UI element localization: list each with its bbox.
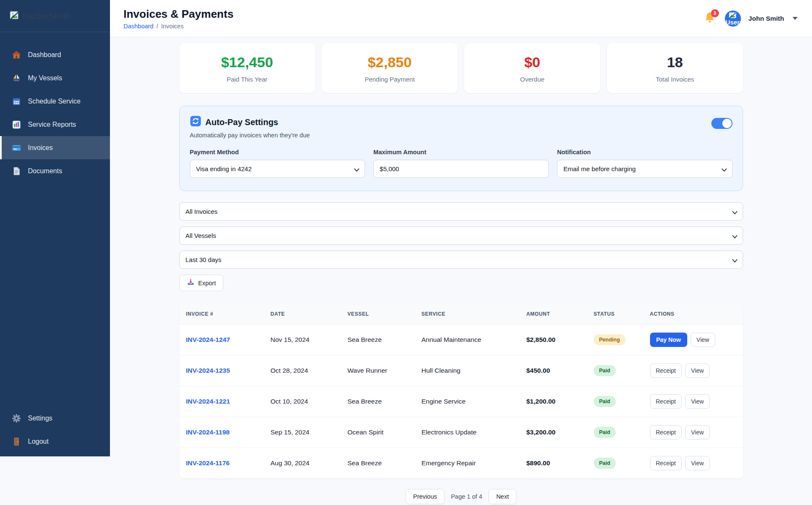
receipt-button[interactable]: Receipt	[650, 394, 682, 409]
table-row: INV-2024-1221 Oct 10, 2024 Sea Breeze En…	[179, 386, 743, 417]
notification-label: Notification	[557, 149, 732, 156]
payment-method-select[interactable]: Visa ending in 4242	[190, 160, 365, 178]
status-badge: Paid	[594, 365, 616, 376]
maximum-amount-label: Maximum Amount	[373, 149, 549, 156]
cell-date: Sep 15, 2024	[264, 417, 341, 448]
notification-select[interactable]: Email me before charging	[557, 160, 732, 178]
sidebar-item-label: Documents	[28, 167, 62, 175]
receipt-button[interactable]: Receipt	[650, 363, 682, 378]
maximum-amount-input[interactable]	[373, 160, 549, 178]
breadcrumb: Dashboard / Invoices	[123, 23, 233, 30]
avatar[interactable]: User	[725, 11, 741, 27]
previous-page-button[interactable]: Previous	[406, 489, 444, 504]
col-actions: ACTIONS	[643, 304, 743, 325]
status-badge: Paid	[594, 427, 616, 438]
autopay-panel: Auto-Pay Settings Automatically pay invo…	[179, 106, 743, 191]
payment-method-field-group: Payment Method Visa ending in 4242	[190, 149, 365, 178]
invoices-table-card: INVOICE # DATE VESSEL SERVICE AMOUNT STA…	[179, 304, 743, 478]
table-row: INV-2024-1176 Aug 30, 2024 Sea Breeze Em…	[179, 448, 743, 479]
breadcrumb-current: Invoices	[161, 23, 184, 30]
sidebar-item-settings[interactable]: Settings	[0, 407, 110, 430]
vessel-filter-wrap: All Vessels	[179, 227, 743, 245]
page-title: Invoices & Payments	[123, 8, 233, 21]
table-header-row: INVOICE # DATE VESSEL SERVICE AMOUNT STA…	[179, 304, 743, 325]
cell-date: Aug 30, 2024	[264, 448, 341, 479]
autopay-heading: Auto-Pay Settings Automatically pay invo…	[190, 115, 310, 139]
content: $12,450 Paid This Year $2,850 Pending Pa…	[179, 37, 743, 504]
vessel-filter[interactable]: All Vessels	[179, 227, 743, 245]
cell-date: Oct 10, 2024	[264, 386, 341, 417]
view-button[interactable]: View	[685, 363, 710, 378]
avatar-alt-text: User	[726, 19, 740, 26]
header: Invoices & Payments Dashboard / Invoices…	[110, 0, 812, 37]
invoice-link[interactable]: INV-2024-1176	[186, 459, 230, 467]
date-range-filter[interactable]: Last 30 days	[179, 251, 743, 269]
stat-label: Pending Payment	[326, 76, 453, 83]
sidebar-item-service-reports[interactable]: Service Reports	[0, 113, 110, 136]
col-status: STATUS	[587, 304, 643, 325]
invoice-link[interactable]: INV-2024-1235	[186, 367, 230, 374]
sidebar-item-my-vessels[interactable]: My Vessels	[0, 66, 110, 90]
next-page-button[interactable]: Next	[488, 489, 516, 504]
cell-vessel: Sea Breeze	[341, 448, 415, 479]
view-button[interactable]: View	[685, 394, 710, 409]
autopay-toggle[interactable]	[711, 118, 732, 129]
invoice-link[interactable]: INV-2024-1198	[186, 429, 230, 436]
payment-method-label: Payment Method	[190, 149, 365, 156]
receipt-button[interactable]: Receipt	[650, 456, 682, 470]
document-icon	[12, 167, 21, 176]
cell-amount: $450.00	[520, 355, 587, 386]
invoice-status-filter[interactable]: All Invoices	[179, 202, 743, 221]
cell-vessel: Wave Runner	[341, 355, 415, 386]
export-button[interactable]: Export	[179, 275, 224, 291]
sidebar-item-dashboard[interactable]: Dashboard	[0, 43, 110, 66]
status-badge: Paid	[594, 396, 616, 407]
bar-chart-icon	[12, 120, 21, 129]
sidebar-item-invoices[interactable]: Invoices	[0, 136, 110, 159]
date-range-filter-wrap: Last 30 days	[179, 251, 743, 269]
stat-card-total-invoices: 18 Total Invoices	[607, 43, 743, 93]
sidebar-item-schedule-service[interactable]: Schedule Service	[0, 90, 110, 113]
export-button-label: Export	[198, 280, 216, 287]
stat-value: $12,450	[184, 54, 311, 71]
pay-now-button[interactable]: Pay Now	[650, 333, 687, 347]
invoice-link[interactable]: INV-2024-1247	[186, 336, 230, 343]
stat-value: $2,850	[326, 54, 453, 71]
sidebar-item-documents[interactable]: Documents	[0, 159, 110, 183]
sidebar-item-logout[interactable]: Logout	[0, 430, 110, 453]
chevron-down-icon[interactable]	[793, 17, 798, 20]
maximum-amount-field-group: Maximum Amount	[373, 149, 549, 178]
logo: HarborSmith	[0, 0, 110, 32]
view-button[interactable]: View	[685, 425, 710, 439]
sidebar: HarborSmith Dashboard My Vessels Schedul…	[0, 0, 110, 456]
cell-date: Oct 28, 2024	[264, 355, 341, 386]
notifications-button[interactable]: 3	[702, 11, 717, 26]
autopay-subtitle: Automatically pay invoices when they're …	[190, 132, 310, 139]
stat-value: $0	[469, 54, 596, 71]
cell-amount: $3,200.00	[520, 417, 587, 448]
view-button[interactable]: View	[691, 333, 715, 347]
cell-service: Emergency Repair	[415, 448, 520, 479]
col-amount: AMOUNT	[520, 304, 587, 325]
cell-date: Nov 15, 2024	[264, 325, 341, 355]
table-row: INV-2024-1235 Oct 28, 2024 Wave Runner H…	[179, 355, 743, 386]
stat-label: Overdue	[469, 76, 596, 83]
cell-service: Electronics Update	[415, 417, 520, 448]
view-button[interactable]: View	[685, 456, 710, 470]
autopay-title: Auto-Pay Settings	[206, 117, 278, 127]
sidebar-item-label: Logout	[28, 438, 49, 445]
sidebar-item-label: Settings	[28, 415, 52, 422]
user-name[interactable]: John Smith	[749, 15, 784, 22]
sidebar-footer: Settings Logout	[0, 396, 110, 456]
invoice-link[interactable]: INV-2024-1221	[186, 398, 230, 405]
broken-image-icon	[9, 10, 20, 22]
breadcrumb-dashboard-link[interactable]: Dashboard	[123, 23, 154, 30]
credit-card-icon	[12, 143, 21, 153]
col-service: SERVICE	[415, 304, 520, 325]
gear-icon	[12, 414, 21, 423]
receipt-button[interactable]: Receipt	[650, 425, 682, 439]
broken-image-icon	[729, 12, 737, 19]
sidebar-item-label: Dashboard	[28, 51, 61, 59]
header-titles: Invoices & Payments Dashboard / Invoices	[123, 8, 233, 30]
calendar-icon	[12, 97, 21, 106]
